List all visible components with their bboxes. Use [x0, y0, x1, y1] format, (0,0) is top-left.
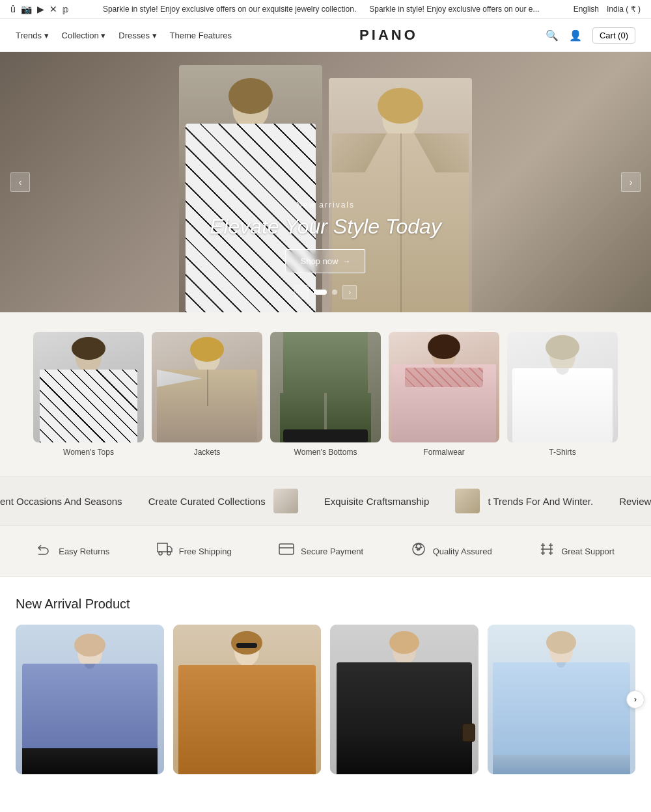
product-image-4: 11% off — [488, 625, 636, 774]
hero-dot-2[interactable] — [332, 290, 337, 295]
cart-button[interactable]: Cart (0) — [592, 27, 635, 44]
product-card-2[interactable]: 18% off — [173, 625, 322, 774]
feature-easy-returns: Easy Returns — [36, 541, 109, 561]
shipping-icon — [157, 541, 173, 561]
instagram-icon[interactable]: 📷 — [21, 4, 32, 14]
hero-section: ‹ › New arrivals Elevate Your Style Toda… — [0, 52, 651, 312]
hero-prev-arrow[interactable]: ‹ — [10, 172, 30, 192]
facebook-icon[interactable]: û — [10, 4, 16, 14]
hero-content: New arrivals Elevate Your Style Today Sh… — [210, 200, 441, 273]
svg-marker-1 — [167, 547, 172, 552]
account-icon[interactable]: 👤 — [569, 29, 582, 42]
category-jackets-image — [152, 332, 262, 442]
marquee-item-2: Create Curated Collections — [148, 489, 298, 513]
category-bottoms-image — [270, 332, 381, 442]
hero-title: Elevate Your Style Today — [210, 215, 441, 239]
features-bar: Easy Returns Free Shipping Secure Paymen… — [0, 526, 651, 577]
quality-assured-label: Quality Assured — [433, 547, 492, 556]
category-formalwear-label: Formalwear — [423, 448, 464, 457]
product-grid-next-button[interactable]: › — [626, 690, 644, 709]
hero-dots-next[interactable]: › — [342, 285, 357, 299]
nav-left: Trends ▾ Collection ▾ Dresses ▾ Theme Fe… — [16, 31, 232, 40]
nav-collection[interactable]: Collection ▾ — [62, 31, 106, 40]
category-tops-image — [33, 332, 144, 442]
hero-background — [0, 52, 651, 312]
hero-dots: ‹ › — [294, 285, 357, 299]
youtube-icon[interactable]: ▶ — [37, 4, 44, 14]
payment-icon — [279, 541, 294, 561]
marquee-section: ent Occasions And Seasons Create Curated… — [0, 476, 651, 526]
hero-dot-1[interactable] — [314, 290, 327, 295]
great-support-label: Great Support — [561, 547, 615, 556]
product-image-1: 16% off — [16, 625, 164, 774]
returns-icon — [36, 541, 52, 561]
product-card-3[interactable]: 6% off — [330, 625, 478, 774]
hero-cta-button[interactable]: Shop now → — [286, 249, 366, 273]
categories-section: Women's Tops Jackets — [0, 312, 651, 476]
category-tshirts[interactable]: T-Shirts — [507, 332, 618, 457]
hero-next-arrow[interactable]: › — [621, 172, 641, 192]
site-logo[interactable]: PIANO — [359, 27, 418, 44]
product-image-3: 6% off — [330, 625, 478, 774]
support-icon — [539, 541, 555, 561]
language-selector[interactable]: English — [574, 5, 599, 14]
secure-payment-label: Secure Payment — [301, 547, 363, 556]
product-card-4[interactable]: 11% off — [488, 625, 636, 774]
product-card-1[interactable]: 16% off — [16, 625, 164, 774]
category-bottoms-label: Women's Bottoms — [294, 448, 357, 457]
announcement-text: Sparkle in style! Enjoy exclusive offers… — [69, 5, 574, 14]
category-grid: Women's Tops Jackets — [13, 332, 638, 457]
locale-selector[interactable]: English India ( ₹ ) — [574, 5, 641, 14]
category-tshirts-image — [507, 332, 618, 442]
marquee-content: ent Occasions And Seasons Create Curated… — [0, 489, 651, 513]
product-image-2: 18% off — [173, 625, 322, 774]
nav-theme-features[interactable]: Theme Features — [170, 31, 232, 40]
category-jackets[interactable]: Jackets — [152, 332, 262, 457]
quality-icon — [411, 541, 426, 561]
marquee-thumb-1 — [273, 489, 298, 513]
nav-right: 🔍 👤 Cart (0) — [546, 27, 635, 44]
easy-returns-label: Easy Returns — [59, 547, 109, 556]
feature-secure-payment: Secure Payment — [279, 541, 363, 561]
marquee-item-3: Exquisite Craftsmanship — [324, 496, 430, 507]
marquee-thumb-2 — [455, 489, 480, 513]
category-formalwear-image — [389, 332, 499, 442]
svg-rect-0 — [158, 543, 167, 552]
currency-selector[interactable]: India ( ₹ ) — [607, 5, 641, 14]
svg-rect-4 — [279, 544, 294, 554]
hero-subtitle: New arrivals — [210, 200, 441, 210]
product-grid: 16% off 18% off — [16, 625, 635, 774]
pinterest-icon[interactable]: 𝕡 — [62, 4, 69, 14]
new-arrivals-title: New Arrival Product — [16, 597, 635, 612]
category-tshirts-label: T-Shirts — [549, 448, 575, 457]
svg-point-2 — [159, 552, 162, 555]
category-womens-bottoms[interactable]: Women's Bottoms — [270, 332, 381, 457]
nav-dresses[interactable]: Dresses ▾ — [118, 31, 156, 40]
new-arrivals-section: New Arrival Product 16% off 18% off — [0, 577, 651, 794]
navbar: Trends ▾ Collection ▾ Dresses ▾ Theme Fe… — [0, 19, 651, 52]
announcement-bar: û 📷 ▶ ✕ 𝕡 Sparkle in style! Enjoy exclus… — [0, 0, 651, 19]
feature-quality-assured: Quality Assured — [411, 541, 492, 561]
svg-point-3 — [167, 552, 171, 555]
marquee-item-5: Review Specific Clothing Items — [619, 496, 651, 507]
marquee-item-1: ent Occasions And Seasons — [0, 496, 122, 507]
twitter-x-icon[interactable]: ✕ — [49, 4, 57, 14]
feature-great-support: Great Support — [539, 541, 615, 561]
category-womens-tops[interactable]: Women's Tops — [33, 332, 144, 457]
hero-dots-prev[interactable]: ‹ — [294, 285, 309, 299]
category-tops-label: Women's Tops — [63, 448, 114, 457]
social-icons: û 📷 ▶ ✕ 𝕡 — [10, 4, 69, 14]
feature-free-shipping: Free Shipping — [157, 541, 232, 561]
nav-trends[interactable]: Trends ▾ — [16, 31, 49, 40]
category-jackets-label: Jackets — [194, 448, 221, 457]
marquee-item-4: t Trends For And Winter. — [455, 489, 593, 513]
category-formalwear[interactable]: Formalwear — [389, 332, 499, 457]
search-icon[interactable]: 🔍 — [546, 29, 559, 42]
free-shipping-label: Free Shipping — [179, 547, 232, 556]
